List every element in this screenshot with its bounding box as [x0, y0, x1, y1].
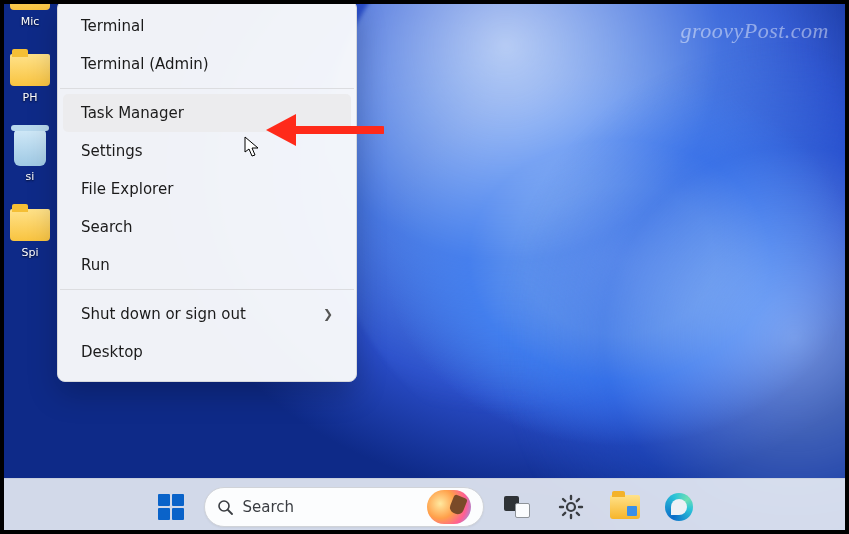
mouse-cursor-icon	[244, 136, 260, 158]
menu-item-shut-down[interactable]: Shut down or sign out ❯	[63, 295, 351, 333]
desktop-icon-label: Mic	[8, 15, 52, 28]
start-button[interactable]	[150, 486, 192, 528]
edge-icon	[665, 493, 693, 521]
taskbar: Search	[0, 478, 849, 534]
folder-icon	[10, 209, 50, 241]
search-icon	[217, 499, 233, 515]
svg-line-4	[228, 510, 232, 514]
menu-item-search[interactable]: Search	[63, 208, 351, 246]
desktop-icon[interactable]: Spi	[8, 209, 52, 259]
gear-icon	[558, 494, 584, 520]
desktop-icon-label: PH	[8, 91, 52, 104]
menu-item-run[interactable]: Run	[63, 246, 351, 284]
task-view-icon	[504, 496, 530, 518]
menu-item-label: Desktop	[81, 343, 143, 361]
menu-item-label: Task Manager	[81, 104, 184, 122]
menu-item-label: Search	[81, 218, 133, 236]
folder-icon	[10, 0, 50, 10]
search-placeholder: Search	[243, 498, 417, 516]
desktop-icon-label: Spi	[8, 246, 52, 259]
menu-separator	[60, 289, 354, 290]
folder-icon	[610, 495, 640, 519]
svg-line-11	[576, 512, 578, 514]
svg-marker-1	[266, 114, 296, 146]
desktop-icon[interactable]: si	[8, 130, 52, 183]
menu-item-label: Settings	[81, 142, 143, 160]
recycle-bin-icon	[14, 130, 46, 166]
menu-item-label: Terminal	[81, 17, 144, 35]
desktop-icon-label: si	[8, 170, 52, 183]
menu-item-desktop[interactable]: Desktop	[63, 333, 351, 371]
menu-item-label: File Explorer	[81, 180, 173, 198]
menu-item-file-explorer[interactable]: File Explorer	[63, 170, 351, 208]
menu-item-terminal[interactable]: Terminal	[63, 7, 351, 45]
svg-point-5	[567, 503, 575, 511]
svg-line-12	[563, 512, 565, 514]
desktop-icons-column: Mic PH si Spi	[8, 0, 56, 285]
settings-button[interactable]	[550, 486, 592, 528]
desktop-icon[interactable]: Mic	[8, 0, 52, 28]
svg-line-10	[563, 499, 565, 501]
menu-item-label: Shut down or sign out	[81, 305, 246, 323]
chevron-right-icon: ❯	[323, 307, 333, 321]
menu-separator	[60, 88, 354, 89]
annotation-arrow-icon	[264, 108, 384, 152]
svg-marker-2	[245, 137, 258, 156]
winx-context-menu: Terminal Terminal (Admin) Task Manager S…	[57, 0, 357, 382]
watermark-text: groovyPost.com	[680, 18, 829, 44]
windows-logo-icon	[158, 494, 184, 520]
taskbar-search[interactable]: Search	[204, 487, 484, 527]
search-highlight-icon	[427, 490, 471, 524]
desktop-icon[interactable]: PH	[8, 54, 52, 104]
menu-item-label: Run	[81, 256, 110, 274]
folder-icon	[10, 54, 50, 86]
svg-line-13	[576, 499, 578, 501]
edge-button[interactable]	[658, 486, 700, 528]
menu-item-label: Terminal (Admin)	[81, 55, 209, 73]
file-explorer-button[interactable]	[604, 486, 646, 528]
menu-item-terminal-admin[interactable]: Terminal (Admin)	[63, 45, 351, 83]
task-view-button[interactable]	[496, 486, 538, 528]
